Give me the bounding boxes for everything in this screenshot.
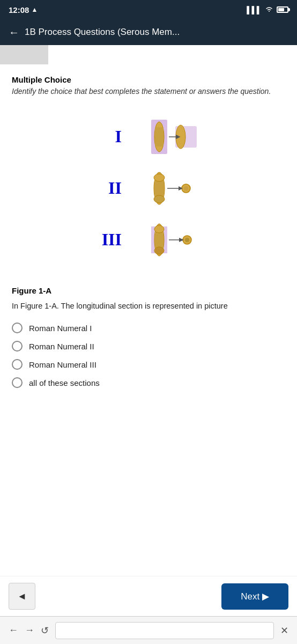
location-icon: ▲ [31,6,38,13]
radio-option-4[interactable]: all of these sections [12,377,285,388]
bone-figure-III [127,218,213,261]
radio-circle-1[interactable] [12,323,23,333]
browser-back-button[interactable]: ← [9,625,18,636]
question-text: In Figure 1-A. The longitudinal section … [12,301,285,312]
next-label: Next ▶ [241,591,269,602]
radio-label-1: Roman Numeral I [29,324,92,333]
browser-forward-button[interactable]: → [25,625,34,636]
status-bar: 12:08 ▲ ▌▌▌ [0,0,297,19]
main-content: Multiple Choice Identify the choice that… [0,64,297,576]
next-button[interactable]: Next ▶ [221,583,288,610]
nav-bar: ← 1B Process Questions (Serous Mem... [0,19,297,45]
radio-circle-4[interactable] [12,377,23,388]
svg-point-8 [154,174,165,181]
radio-option-1[interactable]: Roman Numeral I [12,323,285,333]
browser-bar: ← → ↺ ✕ [0,616,297,644]
radio-label-2: Roman Numeral II [29,342,94,351]
svg-point-17 [154,225,164,233]
svg-point-12 [184,186,188,191]
radio-option-2[interactable]: Roman Numeral II [12,341,285,352]
figure-row-II: II [84,167,213,210]
browser-close-button[interactable]: ✕ [280,625,288,636]
radio-option-3[interactable]: Roman Numeral III [12,359,285,370]
battery-icon [277,6,288,13]
figure-caption: Figure 1-A [12,286,285,295]
gray-strip [0,45,48,64]
figure-row-III: III [84,218,213,261]
nav-title: 1B Process Questions (Serous Mem... [25,27,180,38]
svg-point-18 [154,247,164,254]
roman-label-II: II [84,178,122,198]
radio-group: Roman Numeral I Roman Numeral II Roman N… [12,323,285,388]
svg-point-9 [154,195,165,203]
radio-circle-3[interactable] [12,359,23,370]
back-icon: ◄ [17,591,27,602]
svg-rect-2 [155,127,164,147]
section-desc: Identify the choice that best completes … [12,86,285,97]
nav-back-button[interactable]: ← [9,26,19,39]
bone-figure-II [127,167,213,210]
signal-icon: ▌▌▌ [247,6,262,14]
browser-controls: ← → ↺ ✕ [9,622,288,639]
radio-label-3: Roman Numeral III [29,360,96,369]
bottom-nav: ◄ Next ▶ [0,576,297,616]
radio-circle-2[interactable] [12,341,23,352]
back-button[interactable]: ◄ [9,583,35,610]
status-icons: ▌▌▌ [247,6,288,14]
browser-address-bar[interactable] [55,622,274,639]
time-display: 12:08 [9,5,29,14]
browser-refresh-button[interactable]: ↺ [41,625,49,636]
status-time: 12:08 ▲ [9,5,38,14]
radio-label-4: all of these sections [29,378,100,387]
svg-point-21 [185,238,189,242]
section-label: Multiple Choice [12,75,285,84]
figure-row-I: I [84,115,213,158]
roman-label-III: III [84,230,122,250]
figure-area: I II [12,110,285,275]
bone-figure-I [127,115,213,158]
roman-label-I: I [84,127,122,147]
wifi-icon [265,6,273,14]
